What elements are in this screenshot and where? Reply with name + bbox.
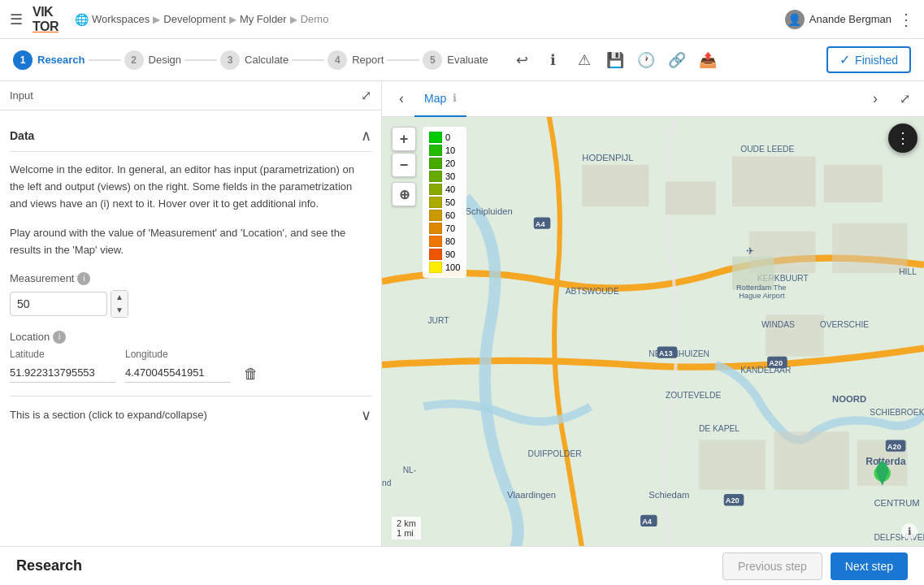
- location-section: Location i Latitude Longitude 🗑: [10, 331, 371, 383]
- locate-button[interactable]: ⊕: [392, 182, 416, 206]
- breadcrumb-myfolder[interactable]: My Folder: [240, 13, 287, 25]
- map-scale: 2 km 1 mi: [392, 517, 421, 540]
- legend-value-50: 50: [445, 197, 455, 207]
- svg-text:NL-: NL-: [403, 466, 417, 474]
- zoom-in-button[interactable]: +: [392, 127, 416, 151]
- longitude-input[interactable]: [125, 363, 231, 383]
- step-circle-4: 4: [328, 50, 347, 70]
- legend-value-60: 60: [445, 210, 455, 220]
- stepbar-right: ✓ Finished: [826, 46, 911, 73]
- map-attribution-icon[interactable]: ℹ: [901, 523, 917, 540]
- share-icon[interactable]: 🔗: [662, 46, 692, 75]
- step-evaluate[interactable]: 5 Evaluate: [423, 50, 488, 70]
- breadcrumb-workspaces[interactable]: 🌐 Workspaces: [75, 13, 150, 26]
- map-fab-button[interactable]: ⋮: [888, 124, 917, 153]
- step-label-evaluate: Evaluate: [447, 54, 488, 66]
- menu-icon[interactable]: ☰: [10, 11, 23, 28]
- step-calculate[interactable]: 3 Calculate: [220, 50, 288, 70]
- breadcrumb-development[interactable]: Development: [163, 13, 226, 25]
- undo-icon[interactable]: ↩: [508, 46, 537, 75]
- finished-button[interactable]: ✓ Finished: [826, 46, 911, 73]
- map-fullscreen-button[interactable]: ⤢: [891, 86, 917, 112]
- step-circle-1: 1: [13, 50, 33, 70]
- breadcrumb-link-myfolder[interactable]: My Folder: [240, 13, 287, 25]
- measurement-info-icon[interactable]: i: [77, 272, 90, 285]
- breadcrumb-arrow-3: ▶: [290, 14, 297, 25]
- map-legend: 0 10 20 30 40: [423, 127, 466, 278]
- previous-step-button[interactable]: Previous step: [722, 552, 822, 580]
- avatar-icon: 👤: [787, 13, 801, 26]
- svg-text:OVERSCHIE: OVERSCHIE: [820, 320, 870, 329]
- svg-text:CENTRUM: CENTRUM: [874, 498, 919, 508]
- topbar-right: 👤 Anande Bergman ⋮: [785, 10, 914, 29]
- step-design[interactable]: 2 Design: [124, 50, 181, 70]
- history-icon[interactable]: 🕐: [631, 46, 661, 75]
- breadcrumb-demo[interactable]: Demo: [301, 13, 329, 25]
- location-info-icon[interactable]: i: [53, 331, 66, 344]
- upload-icon[interactable]: 📤: [693, 46, 722, 75]
- svg-text:Schipluiden: Schipluiden: [466, 206, 513, 216]
- spinner-up-button[interactable]: ▲: [111, 291, 128, 304]
- breadcrumb-link-demo[interactable]: Demo: [301, 13, 329, 25]
- welcome-text-2: Play around with the value of 'Measureme…: [10, 225, 371, 259]
- breadcrumb-link-development[interactable]: Development: [163, 13, 226, 25]
- legend-color-70: [429, 223, 442, 234]
- scale-mi: 1 mi: [397, 528, 416, 538]
- svg-text:OUDE LEEDE: OUDE LEEDE: [740, 145, 794, 154]
- map-nav-next[interactable]: ›: [862, 86, 888, 112]
- svg-text:Schiedam: Schiedam: [649, 490, 689, 500]
- delete-location-button[interactable]: 🗑: [244, 366, 258, 383]
- step-circle-2: 2: [124, 50, 144, 70]
- legend-value-20: 20: [445, 158, 455, 168]
- legend-item-70: 70: [429, 223, 460, 234]
- expand-icon[interactable]: ⤢: [361, 88, 371, 103]
- more-options-icon[interactable]: ⋮: [898, 10, 914, 29]
- warning-icon[interactable]: ⚠: [570, 46, 599, 75]
- collapsible-section[interactable]: This is a section (click to expand/colla…: [10, 396, 371, 434]
- legend-color-100: [429, 262, 442, 273]
- svg-rect-2: [582, 165, 649, 206]
- legend-color-40: [429, 184, 442, 195]
- svg-text:nd: nd: [382, 479, 392, 488]
- step-label-design: Design: [149, 54, 181, 66]
- measurement-input[interactable]: [10, 292, 107, 316]
- info-icon[interactable]: ℹ: [539, 46, 568, 75]
- bottom-actions: Previous step Next step: [722, 552, 908, 580]
- legend-color-80: [429, 236, 442, 247]
- map-tab[interactable]: Map ℹ: [414, 81, 466, 117]
- svg-text:Ro: Ro: [865, 456, 879, 467]
- spinner-down-button[interactable]: ▼: [111, 304, 128, 317]
- step-report[interactable]: 4 Report: [328, 50, 384, 70]
- svg-text:HILL: HILL: [899, 267, 917, 276]
- section-title: Data: [10, 129, 34, 142]
- legend-color-60: [429, 210, 442, 221]
- step-label-report: Report: [352, 54, 384, 66]
- toolbar-icons: ↩ ℹ ⚠ 💾 🕐 🔗 📤: [508, 46, 722, 75]
- map-nav-prev[interactable]: ‹: [388, 86, 414, 112]
- map-tab-info-icon: ℹ: [453, 92, 457, 104]
- main-layout: Input ⤢ Data ∧ Welcome in the editor. In…: [0, 81, 924, 546]
- legend-value-70: 70: [445, 223, 455, 233]
- step-research[interactable]: 1 Research: [13, 50, 85, 70]
- legend-value-30: 30: [445, 171, 455, 181]
- topbar: ☰ VIK TOR 🌐 Workspaces ▶ Development ▶ M…: [0, 0, 924, 39]
- map-toolbar: ‹ Map ℹ › ⤢: [382, 81, 924, 117]
- next-step-button[interactable]: Next step: [831, 552, 908, 580]
- latitude-input[interactable]: [10, 363, 115, 383]
- map-area[interactable]: Schipluiden HODENPIJL OUDE LEEDE RHA JUR…: [382, 117, 924, 546]
- bottombar: Research Previous step Next step: [0, 546, 924, 585]
- latitude-label: Latitude: [10, 349, 115, 360]
- legend-value-80: 80: [445, 236, 455, 246]
- legend-item-50: 50: [429, 197, 460, 208]
- breadcrumb-link-workspaces[interactable]: Workspaces: [92, 13, 150, 25]
- map-nav: › ⤢: [862, 86, 917, 112]
- save-icon[interactable]: 💾: [601, 46, 630, 75]
- app-logo: VIK TOR: [33, 5, 59, 33]
- location-fields: Latitude Longitude 🗑: [10, 349, 371, 383]
- zoom-out-button[interactable]: −: [392, 153, 416, 177]
- svg-text:✈: ✈: [746, 245, 754, 257]
- legend-value-90: 90: [445, 249, 455, 259]
- svg-text:A4: A4: [642, 518, 653, 526]
- collapse-icon[interactable]: ∧: [361, 127, 371, 145]
- legend-color-30: [429, 171, 442, 182]
